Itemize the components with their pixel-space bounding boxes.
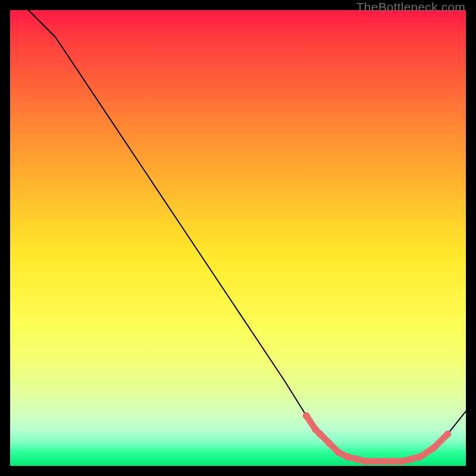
- marker-stroke: [306, 416, 448, 462]
- marker-dot: [371, 458, 378, 465]
- marker-dot: [389, 458, 396, 465]
- chart-marker-dots: [303, 412, 452, 465]
- marker-dot: [325, 440, 333, 447]
- marker-dot: [303, 412, 310, 419]
- marker-dot: [399, 458, 406, 465]
- marker-dot: [353, 456, 360, 463]
- marker-dot: [408, 456, 415, 463]
- chart-curve: [10, 0, 466, 461]
- chart-stage: TheBottleneck.com: [0, 0, 476, 476]
- marker-dot: [444, 430, 451, 437]
- chart-overlay: [10, 10, 466, 466]
- marker-dot: [344, 453, 351, 461]
- curve-path: [10, 0, 466, 461]
- marker-dot: [380, 458, 387, 465]
- watermark-text: TheBottleneck.com: [356, 0, 465, 14]
- marker-dot: [430, 444, 437, 451]
- marker-dot: [317, 430, 324, 437]
- marker-dot: [416, 453, 424, 461]
- marker-dot: [335, 449, 342, 456]
- marker-dot: [362, 458, 369, 465]
